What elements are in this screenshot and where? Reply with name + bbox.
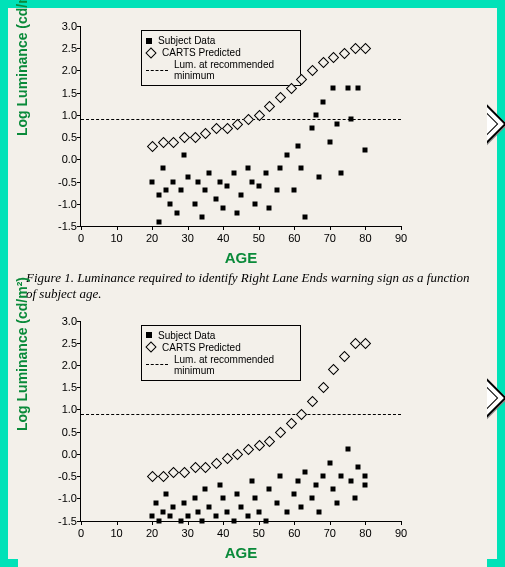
figure-1: Log Luminance (cd/m²) Subject Data CARTS…: [18, 16, 487, 266]
legend-label: Lum. at recommended minimum: [174, 354, 296, 376]
legend: Subject Data CARTS Predicted Lum. at rec…: [141, 325, 301, 381]
y-axis-label: Log Luminance (cd/m²): [14, 0, 30, 136]
legend-label: CARTS Predicted: [162, 342, 241, 353]
dashed-line-icon: [146, 70, 168, 71]
legend-label: CARTS Predicted: [162, 47, 241, 58]
legend-label: Lum. at recommended minimum: [174, 59, 296, 81]
scatter-plot-2: Subject Data CARTS Predicted Lum. at rec…: [80, 321, 401, 522]
legend-label: Subject Data: [158, 330, 215, 341]
page-container: Log Luminance (cd/m²) Subject Data CARTS…: [0, 0, 505, 567]
open-diamond-icon: [145, 341, 156, 352]
filled-square-icon: [146, 38, 152, 44]
x-axis-label: AGE: [81, 249, 401, 266]
y-axis-label: Log Luminance (cd/m²): [14, 277, 30, 431]
legend-label: Subject Data: [158, 35, 215, 46]
x-axis-label: AGE: [81, 544, 401, 561]
scatter-plot-1: Subject Data CARTS Predicted Lum. at rec…: [80, 26, 401, 227]
figure-caption: Figure 2. Luminance required to identify…: [18, 561, 487, 568]
figure-caption: Figure 1. Luminance required to identify…: [18, 266, 487, 311]
dashed-line-icon: [146, 364, 168, 365]
filled-square-icon: [146, 332, 152, 338]
legend: Subject Data CARTS Predicted Lum. at rec…: [141, 30, 301, 86]
figure-2: Log Luminance (cd/m²) Subject Data CARTS…: [18, 311, 487, 561]
open-diamond-icon: [145, 47, 156, 58]
